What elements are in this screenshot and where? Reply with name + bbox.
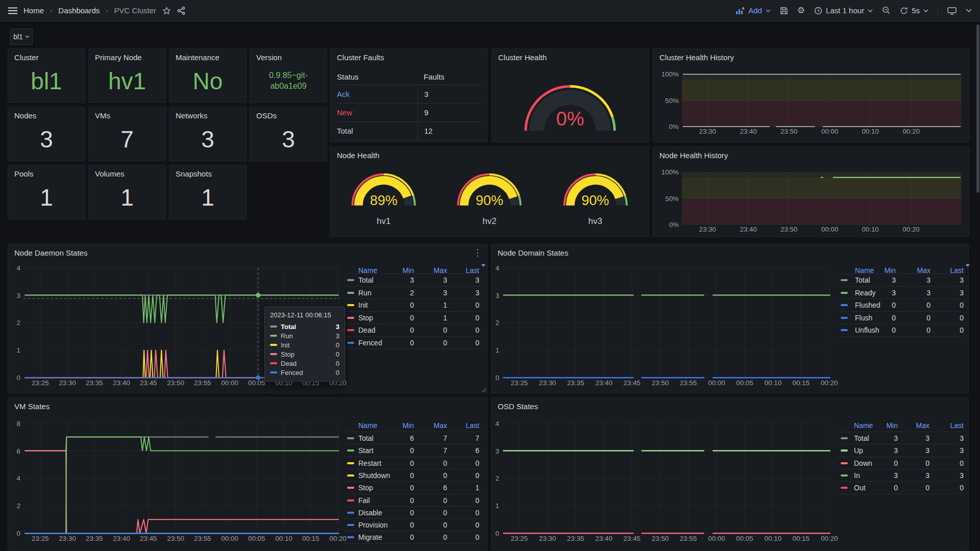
legend-row-in[interactable]: In333 (838, 469, 961, 482)
refresh-icon[interactable] (900, 7, 908, 15)
chevron-down-icon (766, 9, 771, 12)
svg-text:23:35: 23:35 (86, 535, 103, 542)
hamburger-menu-icon[interactable] (8, 7, 17, 14)
stat-value: hv1 (89, 62, 165, 99)
variable-dropdown-cluster[interactable]: bl1 (10, 29, 33, 45)
legend-row-ready[interactable]: Ready333 (838, 286, 961, 299)
add-button[interactable]: Add (736, 6, 771, 15)
panel-resize-handle[interactable] (481, 387, 486, 392)
legend-header[interactable]: NameMinMaxLast (344, 419, 480, 432)
svg-text:6: 6 (17, 447, 20, 455)
legend-row-disable[interactable]: Disable000 (344, 506, 480, 519)
svg-text:23:40: 23:40 (595, 535, 612, 542)
legend-row-dead[interactable]: Dead000 (344, 323, 480, 336)
breadcrumb-home[interactable]: Home (23, 6, 44, 15)
grafana-dashboard: Home › Dashboards › PVC Cluster Add (0, 0, 980, 551)
svg-text:23:50: 23:50 (652, 535, 669, 542)
svg-text:3: 3 (17, 292, 20, 299)
panel-title[interactable]: Cluster (14, 53, 39, 62)
svg-text:23:35: 23:35 (567, 535, 584, 542)
legend-row-total[interactable]: Total333 (838, 273, 961, 286)
svg-text:00:10: 00:10 (862, 226, 878, 233)
legend-row-up[interactable]: Up333 (838, 444, 961, 457)
panel-title[interactable]: Node Domain States (498, 248, 568, 257)
chevron-down-icon (868, 9, 873, 12)
svg-text:100%: 100% (662, 70, 679, 78)
panel-title[interactable]: Volumes (95, 169, 125, 178)
panel-title[interactable]: Cluster Health (498, 53, 547, 62)
tooltip-row-total: Total3 (270, 322, 339, 331)
panel-title[interactable]: Networks (176, 111, 208, 120)
svg-text:23:25: 23:25 (32, 379, 49, 387)
svg-text:100%: 100% (662, 168, 679, 176)
legend-row-flush[interactable]: Flush000 (838, 311, 961, 324)
star-icon[interactable] (162, 7, 171, 15)
panel-title[interactable]: Nodes (14, 111, 36, 120)
panel-title[interactable]: Node Health History (659, 151, 728, 160)
panel-title[interactable]: Cluster Health History (659, 53, 734, 62)
save-dashboard-icon[interactable] (780, 7, 788, 15)
tooltip-row-stop: Stop0 (270, 349, 339, 359)
node-health-history-chart[interactable]: 100%50%0%23:3023:4023:5000:0000:1000:20 (653, 147, 969, 237)
svg-text:00:05: 00:05 (736, 379, 753, 387)
panel-title[interactable]: Snapshots (176, 169, 212, 178)
stat-value: 7 (89, 120, 165, 158)
stat-value: No (169, 62, 246, 99)
panel-menu-icon[interactable]: ⋮ (473, 247, 482, 258)
breadcrumb-dashboards[interactable]: Dashboards (58, 6, 100, 15)
legend-row-provision[interactable]: Provision000 (344, 518, 480, 531)
panel-title[interactable]: OSDs (256, 111, 277, 120)
legend-row-stop[interactable]: Stop061 (344, 481, 480, 494)
svg-text:00:05: 00:05 (248, 535, 265, 542)
panel-title[interactable]: Node Daemon States (14, 248, 87, 257)
legend-row-flushed[interactable]: Flushed000 (838, 298, 961, 311)
legend-row-shutdown[interactable]: Shutdown000 (344, 469, 480, 482)
legend-row-total[interactable]: Total677 (344, 432, 480, 444)
chevron-down-icon[interactable] (966, 9, 972, 12)
legend-row-total[interactable]: Total333 (838, 432, 961, 444)
panel-node-domain-states: Node Domain States 4321023:2523:3023:352… (491, 244, 969, 393)
panel-title[interactable]: Primary Node (95, 53, 142, 62)
stat-panel-networks: Networks 3 (169, 107, 247, 161)
legend-row-out[interactable]: Out000 (838, 481, 961, 494)
legend-header[interactable]: NameMinMaxLast (838, 419, 961, 432)
cluster-health-history-chart[interactable]: 100%50%0%23:3023:4023:5000:0000:1000:20 (653, 49, 969, 142)
svg-text:0: 0 (17, 374, 20, 382)
scrollbar-thumb[interactable] (976, 24, 979, 193)
legend-row-start[interactable]: Start076 (344, 444, 480, 457)
panel-title[interactable]: VMs (95, 111, 110, 120)
legend-row-migrate[interactable]: Migrate000 (344, 531, 480, 543)
series-color-swatch (841, 437, 848, 439)
panel-title[interactable]: OSD States (498, 402, 538, 411)
panel-title[interactable]: Maintenance (176, 53, 219, 62)
add-panel-icon (736, 7, 745, 15)
legend-row-restart[interactable]: Restart000 (344, 457, 480, 469)
legend-row-fenced[interactable]: Fenced000 (344, 336, 480, 349)
svg-text:23:50: 23:50 (780, 226, 797, 233)
legend-row-run[interactable]: Run233 (344, 286, 480, 299)
svg-text:23:30: 23:30 (539, 535, 556, 542)
series-color-swatch (841, 292, 848, 294)
share-icon[interactable] (177, 7, 185, 15)
svg-text:23:40: 23:40 (113, 379, 130, 387)
legend-row-total[interactable]: Total333 (344, 273, 480, 286)
legend-row-unflush[interactable]: Unflush000 (838, 323, 961, 336)
series-color-swatch (347, 329, 354, 331)
refresh-picker[interactable]: 5s (900, 6, 928, 15)
legend-row-down[interactable]: Down000 (838, 457, 961, 469)
panel-title[interactable]: Node Health (337, 151, 379, 160)
zoom-out-time-icon[interactable] (882, 6, 891, 15)
dashboard-settings-icon[interactable]: ⚙ (797, 6, 805, 15)
time-range-picker[interactable]: Last 1 hour (814, 6, 873, 15)
panel-title[interactable]: VM States (14, 402, 50, 411)
panel-cluster-faults: Cluster Faults StatusFaultsAck3New9Total… (330, 48, 487, 142)
svg-text:23:45: 23:45 (140, 535, 157, 542)
legend-row-init[interactable]: Init010 (344, 298, 480, 311)
legend-row-stop[interactable]: Stop010 (344, 311, 480, 324)
series-color-swatch (841, 462, 848, 464)
panel-title[interactable]: Version (256, 53, 282, 62)
panel-title[interactable]: Cluster Faults (337, 53, 384, 62)
panel-title[interactable]: Pools (14, 169, 34, 178)
legend-row-fail[interactable]: Fail000 (344, 494, 480, 507)
tv-mode-icon[interactable] (947, 7, 957, 15)
